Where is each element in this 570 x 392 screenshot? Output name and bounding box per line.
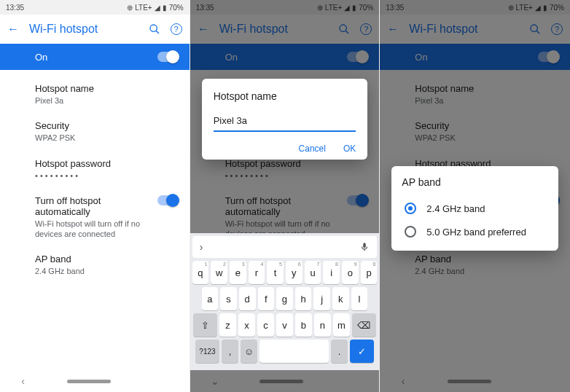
nav-bar: ‹ [0, 370, 190, 392]
key-h[interactable]: h [295, 287, 312, 310]
apband-value: 2.4 GHz band [35, 266, 178, 276]
key-b[interactable]: b [295, 313, 312, 337]
app-bar: ← Wi-Fi hotspot ? [0, 15, 190, 44]
signal-icon: ◢ [155, 4, 160, 12]
autooff-switch[interactable] [157, 195, 178, 205]
backspace-key[interactable]: ⌫ [352, 313, 376, 337]
security-item[interactable]: Security WPA2 PSK [0, 113, 190, 150]
password-value: • • • • • • • • • [35, 170, 178, 181]
help-icon[interactable]: ? [171, 23, 182, 35]
svg-point-0 [150, 25, 157, 31]
apband-option-1[interactable]: 5.0 GHz band preferred [402, 220, 548, 243]
key-k[interactable]: k [332, 287, 349, 310]
dialog-title: Hotspot name [214, 90, 356, 102]
back-arrow-icon[interactable]: ← [7, 23, 19, 36]
nav-back-icon[interactable]: ‹ [21, 375, 25, 387]
mic-icon[interactable] [359, 242, 370, 252]
battery-icon: ▮ [163, 4, 167, 12]
password-item[interactable]: Hotspot password • • • • • • • • • [0, 151, 190, 188]
key-q[interactable]: 1q [192, 261, 209, 284]
key-g[interactable]: g [276, 287, 293, 310]
key-u[interactable]: 7u [305, 261, 321, 284]
settings-list: Hotspot name Pixel 3a Security WPA2 PSK … [0, 70, 190, 290]
nav-home-icon[interactable] [67, 380, 111, 383]
clock: 13:35 [6, 4, 24, 12]
key-j[interactable]: j [313, 287, 330, 310]
key-e[interactable]: 3e [230, 261, 246, 284]
phone-2: 13:35 ⊕ LTE+ ◢ ▮ 70% ← Wi-Fi hotspot ? O… [190, 0, 380, 392]
key-o[interactable]: 9o [342, 261, 359, 284]
space-key[interactable] [259, 340, 329, 363]
key-l[interactable]: l [351, 287, 368, 310]
phone-1: 13:35 ⊕ LTE+ ◢ ▮ 70% ← Wi-Fi hotspot ? O… [0, 0, 190, 392]
hotspot-name-dialog: Hotspot name Cancel OK [202, 79, 368, 160]
key-d[interactable]: d [239, 287, 256, 310]
radio-icon [405, 226, 416, 238]
apband-label: AP band [35, 254, 178, 264]
svg-line-1 [156, 31, 159, 34]
apband-dialog: AP band 2.4 GHz band5.0 GHz band preferr… [391, 166, 558, 251]
key-m[interactable]: m [333, 313, 350, 337]
hotspot-name-input[interactable] [214, 112, 356, 132]
hotspot-name-item[interactable]: Hotspot name Pixel 3a [0, 76, 190, 113]
master-toggle-row[interactable]: On [0, 44, 190, 70]
key-p[interactable]: 0p [361, 261, 378, 284]
key-a[interactable]: a [202, 287, 219, 310]
phone-3: 13:35 ⊕ LTE+ ◢ ▮ 70% ← Wi-Fi hotspot ? O… [380, 0, 570, 392]
autooff-item[interactable]: Turn off hotspot automatically Wi-Fi hot… [0, 188, 190, 247]
security-value: WPA2 PSK [35, 133, 178, 143]
key-x[interactable]: x [238, 313, 255, 337]
cancel-button[interactable]: Cancel [299, 144, 326, 154]
key-n[interactable]: n [314, 313, 331, 337]
search-icon[interactable] [149, 23, 160, 35]
status-bar: 13:35 ⊕ LTE+ ◢ ▮ 70% [0, 0, 190, 15]
apband-item[interactable]: AP band 2.4 GHz band [0, 246, 190, 283]
vibrate-icon: ⊕ [127, 4, 133, 12]
key-z[interactable]: z [219, 313, 236, 337]
radio-label: 5.0 GHz band preferred [426, 227, 526, 238]
autooff-desc: Wi-Fi hotspot will turn off if no device… [35, 219, 150, 240]
autooff-label: Turn off hotspot automatically [35, 195, 150, 217]
dialog-title: AP band [402, 176, 548, 188]
symbols-key[interactable]: ?123 [195, 340, 219, 363]
comma-key[interactable]: , [222, 340, 238, 363]
security-label: Security [35, 120, 178, 131]
master-switch[interactable] [157, 52, 178, 62]
radio-icon [405, 203, 416, 214]
hotspot-name-label: Hotspot name [35, 83, 178, 94]
apband-option-0[interactable]: 2.4 GHz band [402, 197, 548, 220]
shift-key[interactable]: ⇧ [193, 313, 217, 337]
key-f[interactable]: f [258, 287, 275, 310]
emoji-key[interactable]: ☺ [241, 340, 257, 363]
keyboard: › 1q2w3e4r5t6y7u8i9o0p asdfghjkl ⇧zxcvbn… [190, 233, 380, 370]
ok-button[interactable]: OK [343, 144, 356, 154]
key-r[interactable]: 4r [249, 261, 265, 284]
master-toggle-label: On [35, 52, 47, 63]
page-title: Wi-Fi hotspot [29, 23, 138, 36]
key-i[interactable]: 8i [323, 261, 340, 284]
period-key[interactable]: . [331, 340, 348, 363]
battery-label: 70% [169, 4, 184, 12]
key-t[interactable]: 5t [267, 261, 284, 284]
network-label: LTE+ [135, 4, 152, 12]
password-label: Hotspot password [35, 158, 178, 169]
key-s[interactable]: s [220, 287, 237, 310]
key-v[interactable]: v [276, 313, 293, 337]
suggestion-bar[interactable]: › [192, 236, 378, 258]
enter-key[interactable]: ✓ [350, 340, 374, 363]
radio-label: 2.4 GHz band [426, 203, 485, 214]
key-y[interactable]: 6y [286, 261, 302, 284]
hotspot-name-value: Pixel 3a [35, 95, 178, 106]
key-w[interactable]: 2w [211, 261, 227, 284]
chevron-right-icon[interactable]: › [200, 241, 203, 253]
key-c[interactable]: c [257, 313, 274, 337]
